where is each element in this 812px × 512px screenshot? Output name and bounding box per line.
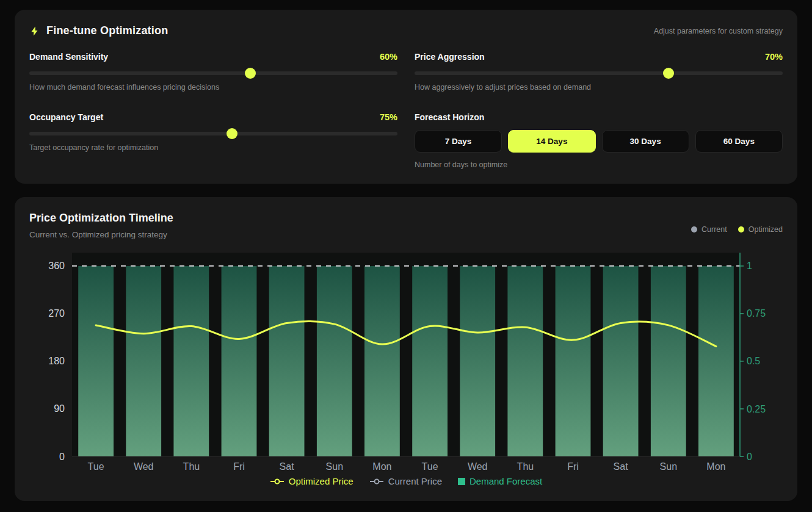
price-aggression-slider[interactable] bbox=[415, 71, 783, 75]
legend-optimized-price[interactable]: Optimized Price bbox=[270, 476, 353, 486]
x-axis-label: Thu bbox=[517, 461, 534, 472]
right-axis-tick: 0 bbox=[747, 452, 752, 462]
legend-optimized: Optimized bbox=[738, 225, 783, 234]
x-axis-label: Mon bbox=[372, 461, 391, 472]
x-axis-label: Wed bbox=[134, 461, 154, 472]
left-axis-tick: 270 bbox=[48, 308, 65, 319]
header-legend: Current Optimized bbox=[691, 212, 783, 234]
occupancy-target-control: Occupancy Target 75% Target occupancy ra… bbox=[29, 112, 397, 169]
legend-current-label: Current bbox=[701, 225, 727, 234]
price-aggression-caption: How aggressively to adjust prices based … bbox=[415, 83, 783, 92]
fine-tune-title: Fine-tune Optimization bbox=[46, 24, 168, 37]
x-axis-label: Tue bbox=[88, 461, 104, 472]
x-axis-label: Sat bbox=[280, 461, 295, 472]
chart-legend: Optimized Price Current Price Demand For… bbox=[29, 476, 783, 486]
demand-forecast-bar[interactable] bbox=[126, 266, 161, 456]
legend-optimized-label: Optimized bbox=[749, 225, 783, 234]
demand-sensitivity-slider[interactable] bbox=[29, 71, 397, 75]
timeline-header: Price Optimization Timeline Current vs. … bbox=[29, 212, 783, 239]
pricing-optimization-page: Fine-tune Optimization Adjust parameters… bbox=[0, 0, 812, 511]
fine-tune-subtitle: Adjust parameters for custom strategy bbox=[654, 27, 783, 35]
demand-forecast-bar[interactable] bbox=[412, 266, 448, 456]
slider-thumb[interactable] bbox=[227, 128, 237, 139]
right-axis-tick: 0.5 bbox=[747, 356, 760, 366]
forecast-60-days-button[interactable]: 60 Days bbox=[695, 130, 783, 153]
occupancy-target-value: 75% bbox=[380, 112, 397, 122]
x-axis-label: Sun bbox=[326, 461, 343, 472]
demand-forecast-bar[interactable] bbox=[364, 266, 400, 456]
demand-forecast-bar[interactable] bbox=[317, 266, 352, 456]
forecast-30-days-button[interactable]: 30 Days bbox=[602, 130, 689, 153]
demand-sensitivity-control: Demand Sensitivity 60% How much demand f… bbox=[29, 52, 397, 92]
left-axis-tick: 90 bbox=[54, 403, 65, 414]
demand-forecast-bar[interactable] bbox=[603, 266, 639, 456]
demand-forecast-bar[interactable] bbox=[173, 266, 209, 456]
price-aggression-label: Price Aggression bbox=[415, 52, 485, 62]
forecast-7-days-button[interactable]: 7 Days bbox=[415, 130, 502, 153]
legend-demand-forecast-label: Demand Forecast bbox=[469, 476, 542, 486]
demand-sensitivity-label: Demand Sensitivity bbox=[29, 52, 108, 62]
timeline-subtitle: Current vs. Optimized pricing strategy bbox=[29, 230, 173, 239]
fine-tune-panel: Fine-tune Optimization Adjust parameters… bbox=[15, 10, 797, 184]
current-dot-icon bbox=[691, 226, 697, 233]
demand-forecast-bar[interactable] bbox=[507, 266, 543, 456]
fine-tune-header: Fine-tune Optimization Adjust parameters… bbox=[29, 24, 783, 37]
x-axis-label: Thu bbox=[183, 461, 200, 472]
line-marker-icon bbox=[369, 478, 384, 485]
square-marker-icon bbox=[458, 478, 465, 485]
fine-tune-grid: Demand Sensitivity 60% How much demand f… bbox=[29, 52, 783, 169]
demand-forecast-bar[interactable] bbox=[78, 266, 114, 456]
legend-demand-forecast[interactable]: Demand Forecast bbox=[458, 476, 542, 486]
demand-sensitivity-value: 60% bbox=[380, 52, 397, 62]
legend-current-price-label: Current Price bbox=[388, 476, 442, 486]
x-axis-label: Tue bbox=[422, 461, 438, 472]
x-axis-label: Wed bbox=[468, 461, 488, 472]
slider-thumb[interactable] bbox=[245, 68, 256, 79]
forecast-14-days-button[interactable]: 14 Days bbox=[508, 130, 595, 153]
forecast-horizon-label: Forecast Horizon bbox=[415, 112, 484, 122]
x-axis-label: Sat bbox=[614, 461, 629, 472]
occupancy-target-label: Occupancy Target bbox=[29, 112, 103, 122]
demand-forecast-bar[interactable] bbox=[698, 266, 734, 456]
price-aggression-value: 70% bbox=[765, 52, 783, 62]
price-aggression-control: Price Aggression 70% How aggressively to… bbox=[415, 52, 783, 92]
optimized-dot-icon bbox=[738, 226, 744, 233]
legend-optimized-price-label: Optimized Price bbox=[289, 476, 353, 486]
left-axis-tick: 0 bbox=[59, 452, 65, 462]
forecast-horizon-control: Forecast Horizon 7 Days 14 Days 30 Days … bbox=[415, 112, 783, 169]
demand-forecast-bar[interactable] bbox=[222, 266, 257, 456]
demand-forecast-bar[interactable] bbox=[556, 266, 591, 456]
x-axis-label: Mon bbox=[706, 461, 725, 472]
forecast-horizon-caption: Number of days to optimize bbox=[415, 160, 783, 169]
occupancy-target-caption: Target occupancy rate for optimization bbox=[29, 143, 397, 152]
timeline-title: Price Optimization Timeline bbox=[29, 212, 173, 225]
plot-background bbox=[72, 253, 740, 456]
right-axis-tick: 1 bbox=[747, 261, 752, 271]
legend-current: Current bbox=[691, 225, 727, 234]
demand-forecast-bar[interactable] bbox=[269, 266, 305, 456]
legend-current-price[interactable]: Current Price bbox=[369, 476, 442, 486]
demand-sensitivity-caption: How much demand forecast influences pric… bbox=[29, 83, 397, 92]
left-axis-tick: 180 bbox=[48, 356, 65, 366]
demand-forecast-bar[interactable] bbox=[460, 266, 495, 456]
right-axis-tick: 0.75 bbox=[747, 308, 766, 319]
timeline-panel: Price Optimization Timeline Current vs. … bbox=[15, 197, 797, 501]
right-axis-tick: 0.25 bbox=[747, 404, 766, 414]
x-axis-label: Fri bbox=[233, 461, 245, 472]
occupancy-target-slider[interactable] bbox=[29, 132, 397, 135]
x-axis-label: Fri bbox=[567, 461, 579, 472]
slider-thumb[interactable] bbox=[663, 68, 674, 79]
price-optimization-chart[interactable]: 09018027036000.250.50.751TueWedThuFriSat… bbox=[29, 247, 783, 474]
line-marker-icon bbox=[270, 478, 285, 485]
forecast-horizon-options: 7 Days 14 Days 30 Days 60 Days bbox=[415, 130, 783, 153]
x-axis-label: Sun bbox=[660, 461, 677, 472]
lightning-icon bbox=[29, 26, 40, 37]
demand-forecast-bar[interactable] bbox=[651, 266, 686, 456]
left-axis-tick: 360 bbox=[48, 261, 65, 271]
